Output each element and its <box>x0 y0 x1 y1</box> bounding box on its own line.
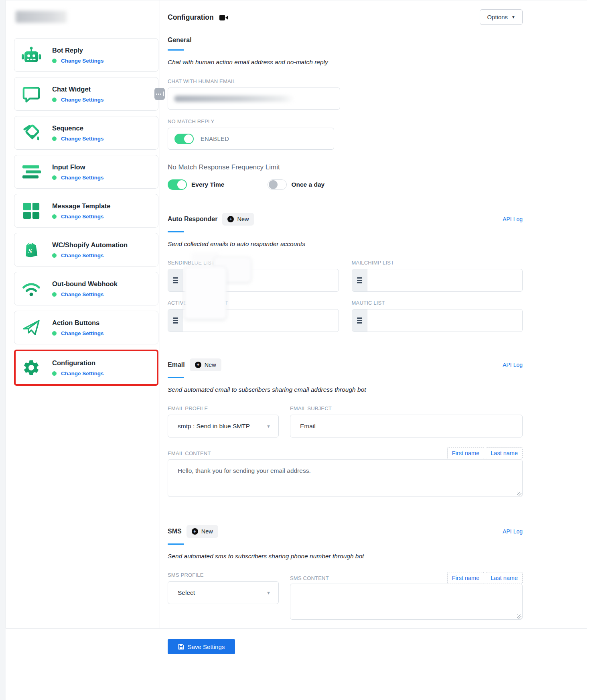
sendinblue-list-input[interactable] <box>183 269 339 291</box>
mautic-list-field: MAUTIC LIST <box>352 300 523 332</box>
sendinblue-list-label: SENDINBLUE LIST <box>168 260 339 266</box>
first-name-token-button[interactable]: First name <box>447 447 485 459</box>
sidebar-item-outbound-webhook[interactable]: Out-bound Webhook Change Settings <box>14 272 158 305</box>
sidebar-item-label: Input Flow <box>52 163 85 171</box>
drag-handle-icon[interactable] <box>352 309 367 332</box>
email-profile-select[interactable]: smtp : Send in blue SMTP ▼ <box>168 415 279 438</box>
chat-with-human-email-input[interactable] <box>168 88 340 110</box>
sidebar-item-chat-widget[interactable]: Chat Widget Change Settings <box>14 77 158 111</box>
paint-bucket-icon <box>22 123 41 142</box>
activecampaign-list-input[interactable] <box>183 309 339 332</box>
auto-responder-description: Send collected emails to auto responder … <box>168 240 523 248</box>
sms-description: Send automated sms to subscribers sharin… <box>168 553 523 560</box>
sms-new-button[interactable]: + New <box>187 525 218 538</box>
sms-profile-select[interactable]: Select ▼ <box>168 581 279 604</box>
drag-handle-icon[interactable] <box>168 309 183 332</box>
sms-api-log-link[interactable]: API Log <box>503 528 523 535</box>
email-content-textarea[interactable]: Hello, thank you for sending your email … <box>168 459 523 497</box>
sidebar-item-configuration-active[interactable]: Configuration Change Settings <box>14 350 158 386</box>
sidebar-item-label: WC/Shopify Automation <box>52 241 128 248</box>
sidebar-resize-handle[interactable] <box>154 88 165 100</box>
blurred-email-value <box>174 96 294 102</box>
options-button[interactable]: Options ▼ <box>480 9 523 25</box>
chevron-down-icon: ▼ <box>511 15 515 19</box>
auto-responder-new-button[interactable]: + New <box>222 213 254 226</box>
email-content-label: EMAIL CONTENT <box>168 450 211 456</box>
every-time-label: Every Time <box>191 181 224 188</box>
sms-heading: SMS <box>168 528 182 535</box>
email-profile-label: EMAIL PROFILE <box>168 405 279 411</box>
grid-squares-icon <box>22 201 41 220</box>
change-settings-link[interactable]: Change Settings <box>61 58 104 64</box>
no-match-reply-box: ENABLED <box>168 128 334 150</box>
resize-handle[interactable] <box>517 492 521 496</box>
email-api-log-link[interactable]: API Log <box>503 362 523 368</box>
robot-icon <box>22 45 41 65</box>
change-settings-link[interactable]: Change Settings <box>61 175 104 181</box>
wifi-icon <box>22 279 41 298</box>
change-settings-link[interactable]: Change Settings <box>61 97 104 103</box>
main-panel: Configuration Options ▼ General Chat wit… <box>160 0 587 628</box>
activecampaign-list-field: ACTIVECAMPAIGN LIST <box>168 300 339 332</box>
sidebar-card-list: Bot Reply Change Settings Chat Widget <box>14 38 158 386</box>
app-frame: Bot Reply Change Settings Chat Widget <box>6 0 587 629</box>
last-name-token-button[interactable]: Last name <box>486 572 523 584</box>
paper-plane-icon <box>22 318 41 337</box>
chevron-down-icon: ▼ <box>266 424 271 429</box>
drag-handle-icon[interactable] <box>352 269 367 291</box>
change-settings-link[interactable]: Change Settings <box>61 291 104 297</box>
email-subject-input[interactable] <box>290 415 523 438</box>
once-a-day-toggle[interactable] <box>268 179 287 190</box>
change-settings-link[interactable]: Change Settings <box>61 330 104 336</box>
status-dot <box>52 59 57 63</box>
mailchimp-list-label: MAILCHIMP LIST <box>352 260 523 266</box>
status-dot <box>52 214 57 219</box>
video-camera-icon[interactable] <box>219 14 228 21</box>
shopify-bag-icon: S <box>22 240 41 259</box>
sidebar-item-message-template[interactable]: Message Template Change Settings <box>14 194 158 228</box>
heading-underline <box>168 231 184 232</box>
plus-circle-icon: + <box>192 528 198 535</box>
sidebar-item-label: Message Template <box>52 202 111 210</box>
last-name-token-button[interactable]: Last name <box>486 447 523 459</box>
sidebar-item-label: Chat Widget <box>52 85 91 93</box>
change-settings-link[interactable]: Change Settings <box>61 252 104 258</box>
change-settings-link[interactable]: Change Settings <box>61 136 104 142</box>
no-match-reply-toggle[interactable] <box>174 134 194 144</box>
chat-email-label: CHAT WITH HUMAN EMAIL <box>168 78 523 84</box>
general-heading: General <box>168 37 523 44</box>
plus-circle-icon: + <box>227 216 234 222</box>
list-lines-icon <box>22 162 41 181</box>
email-description: Send automated email to subscribers shar… <box>168 386 523 393</box>
heading-underline <box>168 49 184 51</box>
sidebar-item-label: Bot Reply <box>52 47 83 54</box>
sidebar-item-input-flow[interactable]: Input Flow Change Settings <box>14 155 158 189</box>
sidebar-item-sequence[interactable]: Sequence Change Settings <box>14 116 158 150</box>
sidebar-item-bot-reply[interactable]: Bot Reply Change Settings <box>14 38 158 72</box>
chevron-down-icon: ▼ <box>266 590 271 595</box>
every-time-toggle[interactable] <box>168 179 187 190</box>
enabled-label: ENABLED <box>201 136 229 142</box>
mailchimp-list-input[interactable] <box>367 269 523 291</box>
email-new-button[interactable]: + New <box>190 358 221 371</box>
mautic-list-input[interactable] <box>367 309 523 332</box>
email-heading: Email <box>168 361 185 368</box>
drag-handle-icon[interactable] <box>168 269 183 291</box>
change-settings-link[interactable]: Change Settings <box>61 214 104 220</box>
page-left-gutter <box>0 0 6 700</box>
auto-responder-heading: Auto Responder <box>168 216 217 223</box>
sidebar-item-wc-shopify-automation[interactable]: S WC/Shopify Automation Change Settings <box>14 233 158 267</box>
sidebar-item-label: Configuration <box>52 359 95 366</box>
auto-responder-api-log-link[interactable]: API Log <box>503 216 523 222</box>
status-dot <box>52 371 57 376</box>
once-a-day-label: Once a day <box>291 181 324 188</box>
sidebar-item-action-buttons[interactable]: Action Buttons Change Settings <box>14 311 158 344</box>
status-dot <box>52 253 57 258</box>
sms-content-textarea[interactable] <box>290 584 523 620</box>
sms-content-label: SMS CONTENT <box>290 575 329 581</box>
save-settings-button[interactable]: Save Settings <box>168 639 235 654</box>
sms-profile-label: SMS PROFILE <box>168 572 279 578</box>
change-settings-link[interactable]: Change Settings <box>61 370 104 376</box>
first-name-token-button[interactable]: First name <box>447 572 485 584</box>
resize-handle[interactable] <box>517 615 521 619</box>
